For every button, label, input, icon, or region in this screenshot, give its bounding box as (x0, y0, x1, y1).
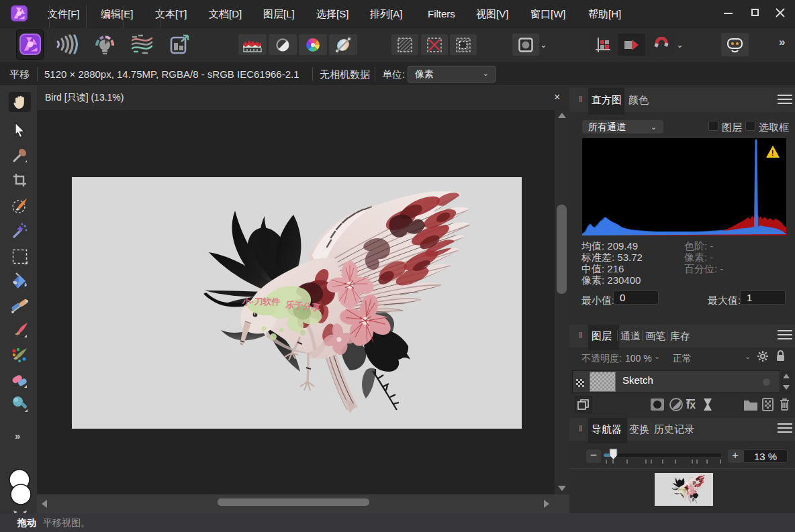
svg-text:fx: fx (686, 399, 696, 411)
svg-text:小·刀软件: 小·刀软件 (242, 297, 280, 307)
